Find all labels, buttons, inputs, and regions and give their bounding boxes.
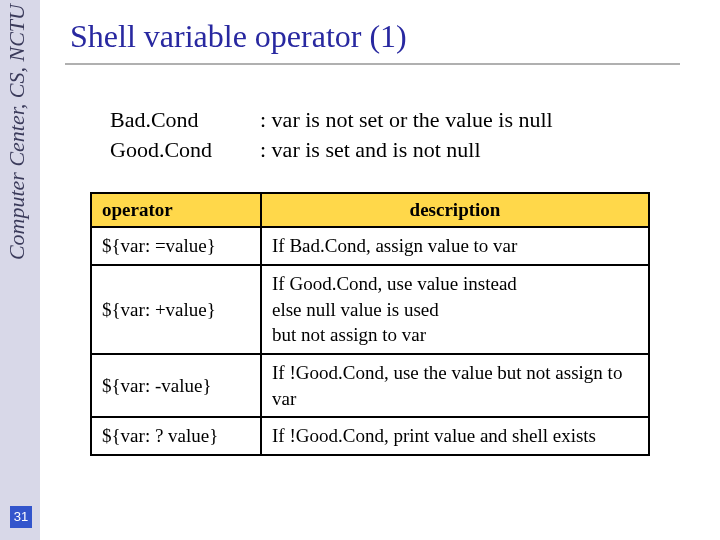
title-underline <box>65 63 680 65</box>
slide-title: Shell variable operator (1) <box>70 18 690 55</box>
slide-number: 31 <box>10 506 32 528</box>
definition-row: Bad.Cond : var is not set or the value i… <box>110 105 690 135</box>
table-row: ${var: +value} If Good.Cond, use value i… <box>91 265 649 354</box>
definition-term: Good.Cond <box>110 135 260 165</box>
table-header-operator: operator <box>91 193 261 227</box>
description-cell: If Bad.Cond, assign value to var <box>261 227 649 265</box>
table-row: ${var: =value} If Bad.Cond, assign value… <box>91 227 649 265</box>
definition-term: Bad.Cond <box>110 105 260 135</box>
operator-cell: ${var: -value} <box>91 354 261 417</box>
definition-value: : var is not set or the value is null <box>260 105 690 135</box>
operator-cell: ${var: +value} <box>91 265 261 354</box>
main-content: Shell variable operator (1) Bad.Cond : v… <box>70 18 690 456</box>
institution-label: Computer Center, CS, NCTU <box>4 4 30 260</box>
operator-cell: ${var: ? value} <box>91 417 261 455</box>
table-row: ${var: ? value} If !Good.Cond, print val… <box>91 417 649 455</box>
definition-row: Good.Cond : var is set and is not null <box>110 135 690 165</box>
operator-table: operator description ${var: =value} If B… <box>90 192 650 455</box>
definitions: Bad.Cond : var is not set or the value i… <box>110 105 690 164</box>
table-row: ${var: -value} If !Good.Cond, use the va… <box>91 354 649 417</box>
definition-value: : var is set and is not null <box>260 135 690 165</box>
description-cell: If !Good.Cond, print value and shell exi… <box>261 417 649 455</box>
description-cell: If Good.Cond, use value insteadelse null… <box>261 265 649 354</box>
description-cell: If !Good.Cond, use the value but not ass… <box>261 354 649 417</box>
table-header-description: description <box>261 193 649 227</box>
operator-cell: ${var: =value} <box>91 227 261 265</box>
